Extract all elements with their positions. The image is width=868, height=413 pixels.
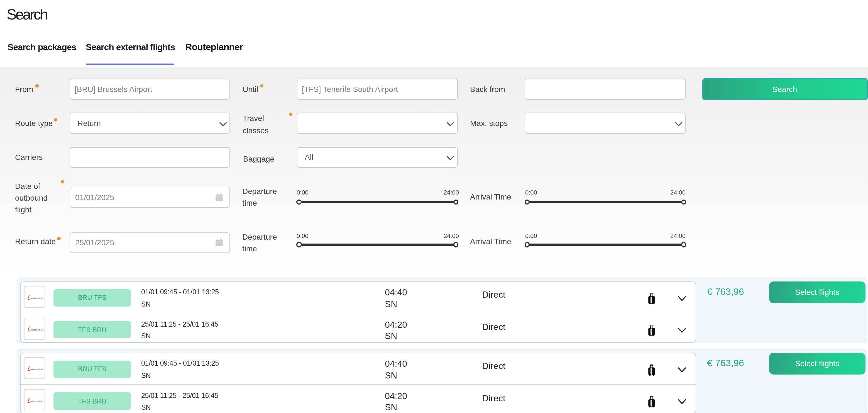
svg-text:brussels airlines: brussels airlines bbox=[30, 368, 43, 370]
svg-text:brussels airlines: brussels airlines bbox=[30, 400, 43, 402]
svg-text:brussels airlines: brussels airlines bbox=[30, 297, 43, 299]
svg-text:brussels airlines: brussels airlines bbox=[30, 329, 43, 331]
